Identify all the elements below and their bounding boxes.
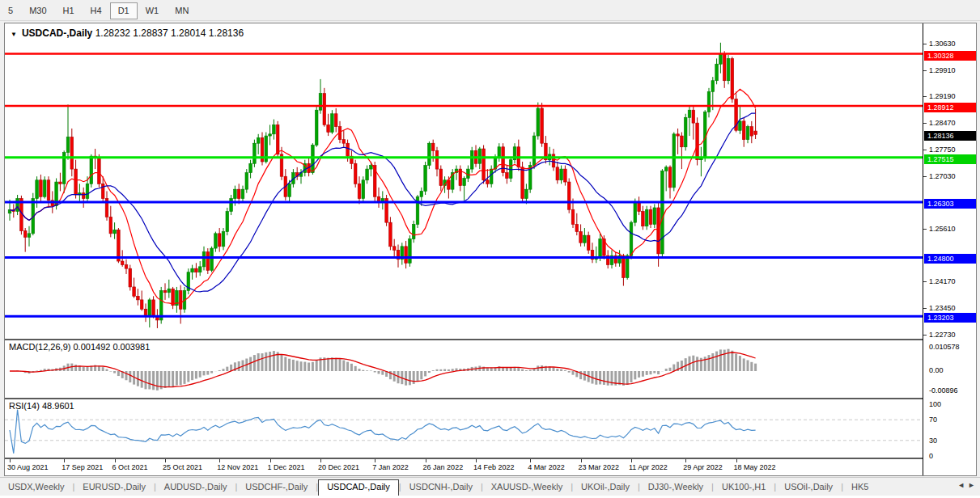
chart-symbol-label: USDCAD-,Daily bbox=[22, 27, 92, 39]
chart-tab-eurusd-daily[interactable]: EURUSD-,Daily bbox=[74, 480, 154, 494]
price-badge-1.28912: 1.28912 bbox=[924, 103, 976, 112]
trading-terminal: 5M30H1H4D1W1MN ▼USDCAD-,Daily 1.28232 1.… bbox=[0, 0, 980, 498]
rsi-tick-label: 30 bbox=[929, 437, 937, 445]
date-label: 7 Jan 2022 bbox=[372, 463, 409, 471]
chart-window: ▼USDCAD-,Daily 1.28232 1.28837 1.28014 1… bbox=[4, 23, 977, 476]
chart-tab-usdcad-daily[interactable]: USDCAD-,Daily bbox=[318, 479, 399, 496]
date-label: 12 Nov 2021 bbox=[217, 463, 258, 471]
price-chart-pane[interactable] bbox=[5, 23, 923, 339]
macd-pane-label: MACD(12,26,9) 0.001492 0.003981 bbox=[9, 342, 150, 352]
price-badge-1.30328: 1.30328 bbox=[924, 51, 976, 61]
price-badge-1.24800: 1.24800 bbox=[924, 254, 976, 264]
chart-ohlc-values: 1.28232 1.28837 1.28014 1.28136 bbox=[95, 27, 244, 39]
date-label: 17 Sep 2021 bbox=[62, 463, 103, 471]
macd-tick-label: 0.010578 bbox=[929, 343, 960, 351]
price-tick-label: 1.29190 bbox=[929, 92, 956, 100]
tab-scroll-right-icon[interactable]: ► bbox=[968, 481, 978, 489]
tab-scroll-left-icon[interactable]: ◄ bbox=[957, 481, 968, 489]
chart-tab-audusd-daily[interactable]: AUDUSD-,Daily bbox=[156, 480, 235, 494]
date-label: 11 Apr 2022 bbox=[629, 463, 668, 471]
timeframe-button-h1[interactable]: H1 bbox=[55, 2, 83, 19]
price-tick-label: 1.28470 bbox=[929, 119, 956, 127]
rsi-tick-label: 100 bbox=[929, 400, 941, 408]
date-label: 1 Dec 2021 bbox=[268, 463, 305, 471]
chart-tab-usdchf-daily[interactable]: USDCHF-,Daily bbox=[237, 480, 316, 494]
date-label: 29 Apr 2022 bbox=[683, 463, 723, 471]
price-tick-label: 1.24170 bbox=[929, 277, 956, 285]
date-label: 4 Mar 2022 bbox=[528, 463, 565, 471]
date-label: 20 Dec 2021 bbox=[318, 463, 359, 471]
timeframe-button-mn[interactable]: MN bbox=[167, 2, 197, 19]
timeframe-button-w1[interactable]: W1 bbox=[138, 2, 168, 19]
timeframe-toolbar: 5M30H1H4D1W1MN bbox=[0, 0, 980, 21]
price-tick-label: 1.27030 bbox=[929, 172, 956, 180]
date-label: 23 Mar 2022 bbox=[579, 463, 620, 471]
pane-separator bbox=[5, 458, 976, 459]
chart-tab-xauusd-weekly[interactable]: XAUUSD-,Weekly bbox=[483, 480, 571, 494]
price-tick-label: 1.22730 bbox=[929, 331, 956, 339]
price-badge-1.23203: 1.23203 bbox=[924, 313, 976, 323]
price-badge-1.26303: 1.26303 bbox=[924, 199, 976, 209]
tab-scroll-arrows: ◄► bbox=[957, 481, 978, 489]
timeframe-button-h4[interactable]: H4 bbox=[83, 2, 110, 19]
price-tick-label: 1.30630 bbox=[929, 40, 956, 48]
price-badge-1.28136: 1.28136 bbox=[924, 131, 976, 141]
price-tick-label: 1.27750 bbox=[929, 146, 956, 154]
date-label: 18 May 2022 bbox=[734, 463, 776, 471]
macd-tick-label: 0.00 bbox=[929, 366, 944, 374]
date-label: 6 Oct 2021 bbox=[112, 463, 148, 471]
price-tick-label: 1.29910 bbox=[929, 66, 956, 74]
timeframe-button-m30[interactable]: M30 bbox=[21, 2, 54, 19]
chart-tab-bar: USDX,Weekly|EURUSD-,Daily|AUDUSD-,Daily|… bbox=[0, 477, 980, 496]
price-axis: 1.306301.299101.291901.284701.277501.270… bbox=[923, 23, 976, 475]
chart-tab-usdcnh-daily[interactable]: USDCNH-,Daily bbox=[401, 480, 481, 494]
chart-tab-dj30-weekly[interactable]: DJ30-,Weekly bbox=[640, 480, 711, 494]
date-label: 14 Feb 2022 bbox=[473, 463, 515, 471]
timeframe-button-d1[interactable]: D1 bbox=[110, 2, 138, 19]
rsi-tick-label: 0 bbox=[929, 452, 933, 460]
chart-title: ▼USDCAD-,Daily 1.28232 1.28837 1.28014 1… bbox=[11, 27, 244, 39]
chart-tab-ukoil-daily[interactable]: UKOil-,Daily bbox=[573, 480, 638, 494]
price-badge-1.27515: 1.27515 bbox=[924, 154, 976, 164]
rsi-pane[interactable] bbox=[5, 399, 923, 458]
chart-tab-uk100-h1[interactable]: UK100-,H1 bbox=[714, 480, 774, 494]
price-tick-label: 1.25610 bbox=[929, 225, 956, 233]
date-label: 25 Oct 2021 bbox=[163, 463, 202, 471]
price-tick-label: 1.23450 bbox=[929, 304, 956, 312]
chart-tab-usoil-daily[interactable]: USOil-,Daily bbox=[776, 480, 841, 494]
rsi-tick-label: 70 bbox=[929, 416, 937, 424]
date-label: 30 Aug 2021 bbox=[7, 463, 49, 471]
timeframe-button-5[interactable]: 5 bbox=[0, 2, 21, 19]
macd-tick-label: -0.00896 bbox=[929, 386, 958, 395]
rsi-pane-label: RSI(14) 48.9601 bbox=[9, 401, 74, 411]
chart-dropdown-icon[interactable]: ▼ bbox=[11, 31, 17, 38]
chart-tab-usdx-weekly[interactable]: USDX,Weekly bbox=[0, 480, 72, 494]
chart-tab-hk5[interactable]: HK5 bbox=[843, 480, 876, 494]
date-label: 26 Jan 2022 bbox=[423, 463, 464, 471]
